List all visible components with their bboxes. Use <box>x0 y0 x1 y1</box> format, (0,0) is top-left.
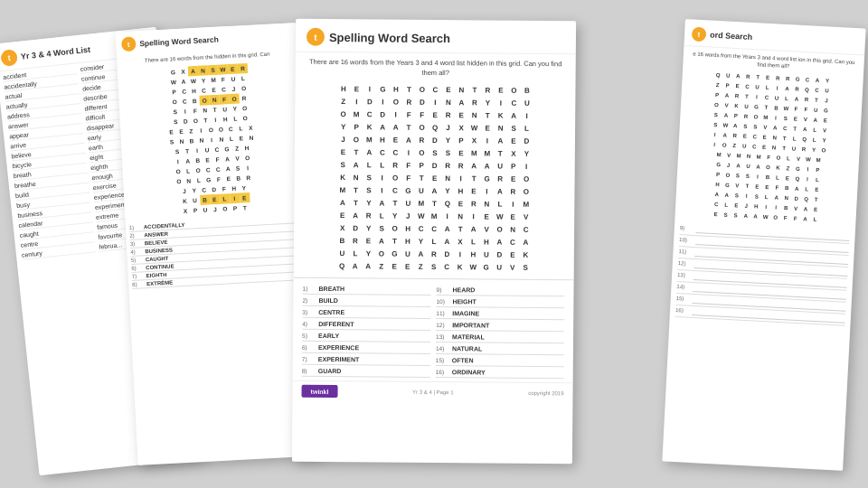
main-answer-row: 8)GUARD <box>302 366 430 378</box>
main-grid-cell: R <box>454 159 467 172</box>
main-grid-cell: N <box>349 171 363 183</box>
right-grid-cell: L <box>801 184 812 195</box>
grid-cell: J <box>210 204 221 215</box>
right-grid-cell: B <box>762 173 773 183</box>
right-grid-cell: T <box>752 72 763 83</box>
right-grid-cell: E <box>732 81 743 92</box>
search2-grid: GXANSWERWAWYMFULPCHCECJOOCBONFORSIFNTUYO… <box>118 59 307 221</box>
answer-word: HEARD <box>453 286 476 293</box>
main-grid-cell: K <box>519 249 533 261</box>
right-grid-cell: R <box>731 91 742 102</box>
main-grid-cell: A <box>507 109 521 122</box>
main-grid-cell: B <box>335 234 349 247</box>
right-grid-cell: W <box>781 104 792 115</box>
right-answers: 9)10)11)12)13)14)15)16) <box>669 220 855 330</box>
grid-cell: O <box>174 176 184 187</box>
main-logo: t <box>307 28 325 46</box>
main-answer-row: 2)BUILD <box>302 296 430 307</box>
main-grid-cell: E <box>506 249 520 261</box>
main-grid-cell: I <box>481 134 495 146</box>
main-grid-cell: O <box>507 84 521 97</box>
answer-num: 1) <box>303 286 319 292</box>
main-grid-cell: A <box>349 158 363 171</box>
grid-cell: O <box>206 125 217 136</box>
main-grid-cell: E <box>429 108 442 121</box>
right-grid-cell: S <box>731 191 742 202</box>
right-grid-cell: A <box>782 84 793 95</box>
main-answer-row: 16)ORDINARY <box>436 367 564 379</box>
main-grid-cell: E <box>428 172 441 184</box>
main-grid-cell: K <box>453 260 467 273</box>
main-answer-row: 5)EARLY <box>302 331 430 343</box>
right-grid-cell: F <box>791 104 802 115</box>
main-grid-cell: A <box>494 135 507 147</box>
main-grid-cell: T <box>467 172 481 184</box>
main-grid-cell: O <box>415 146 429 159</box>
right-grid-cell: G <box>792 74 803 85</box>
grid-cell: I <box>192 145 203 156</box>
grid-cell: C <box>199 85 210 96</box>
main-grid-cell: E <box>481 121 495 134</box>
main-grid-cell: P <box>415 159 429 172</box>
grid-cell: O <box>240 113 250 124</box>
main-grid-cell: O <box>520 173 533 185</box>
right-grid-cell: H <box>750 202 761 212</box>
main-grid-cell: G <box>480 172 494 184</box>
right-grid-cell: T <box>811 194 822 205</box>
right-grid-cell: Q <box>802 85 813 96</box>
main-grid-cell: X <box>455 121 468 134</box>
grid-cell: H <box>221 114 231 125</box>
right-grid-cell: V <box>760 122 771 133</box>
main-grid-cell: O <box>416 83 429 96</box>
main-grid-cell: O <box>375 247 389 259</box>
right-grid-cell: P <box>712 90 722 101</box>
main-answer-row: 11)IMAGINE <box>436 308 564 320</box>
answer-word: OFTEN <box>452 357 474 363</box>
right-grid-cell: B <box>782 183 793 194</box>
twinkl-logo: twinkl <box>301 385 337 398</box>
right-grid-cell: A <box>771 192 782 203</box>
grid-cell: P <box>169 87 180 98</box>
answer-num: 3) <box>302 309 318 315</box>
answer-num: 12) <box>436 322 452 328</box>
grid-cell: R <box>243 173 254 183</box>
grid-cell: P <box>230 203 241 214</box>
main-grid-cell: R <box>428 248 441 260</box>
answer-num: 11) <box>436 310 452 316</box>
right-grid-cell: L <box>781 94 792 105</box>
grid-cell: W <box>188 76 199 87</box>
grid-cell: I <box>230 193 241 204</box>
grid-cell: N <box>216 134 227 145</box>
main-grid-cell: C <box>389 184 402 197</box>
main-grid-cell: S <box>363 183 376 196</box>
right-grid-cell: A <box>810 115 821 126</box>
right-grid-cell: I <box>741 191 752 202</box>
main-answer-row: 6)EXPERIENCE <box>302 343 430 354</box>
main-grid-cell: C <box>363 108 376 120</box>
grid-cell: O <box>240 103 250 114</box>
right-grid-cell: F <box>772 183 783 193</box>
grid-cell: C <box>179 86 190 97</box>
right-grid-cell: T <box>778 144 789 155</box>
main-grid-cell: A <box>428 184 441 197</box>
right-grid-cell: I <box>802 174 813 185</box>
grid-cell: I <box>173 156 184 167</box>
grid-cell: H <box>189 86 200 97</box>
main-grid-cell: M <box>363 133 376 145</box>
grid-cell: N <box>176 136 187 147</box>
right-grid-cell: A <box>722 90 732 101</box>
main-grid-cell: A <box>362 259 375 272</box>
main-grid-cell: M <box>520 198 533 211</box>
main-grid-cell: H <box>467 248 480 260</box>
main-grid-cell: A <box>455 96 468 108</box>
right-grid-cell: V <box>723 150 734 161</box>
main-grid-cell: K <box>336 171 350 183</box>
main-grid-cell: D <box>440 248 454 260</box>
right-grid-cell: A <box>792 183 803 194</box>
right-grid-cell: R <box>730 131 741 142</box>
main-grid-cell: X <box>467 134 481 146</box>
main-grid-cell: Z <box>414 260 428 273</box>
main-grid-cell: F <box>401 159 415 172</box>
right-grid-cell: O <box>712 100 722 111</box>
main-grid-cell: I <box>363 82 377 95</box>
